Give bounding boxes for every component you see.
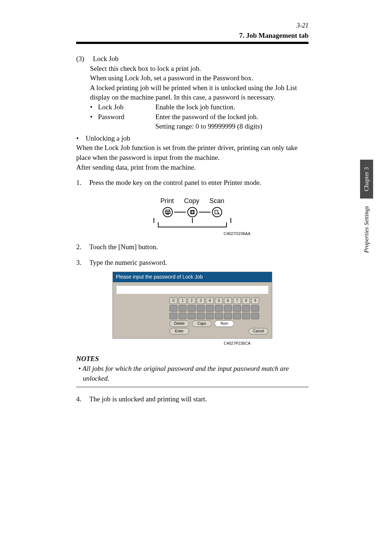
letter-key[interactable] <box>233 313 241 319</box>
key-5[interactable]: 5 <box>215 297 223 304</box>
bracket-vline <box>230 218 231 223</box>
key-7[interactable]: 7 <box>233 297 241 304</box>
letter-key[interactable] <box>188 313 196 319</box>
main-content: (3) Lock Job Select this check box to lo… <box>76 54 309 404</box>
letter-key[interactable] <box>242 305 250 312</box>
image-code-1: C4027O236AA <box>76 231 309 236</box>
sub-bullet-lockjob: • Lock Job Enable the lock job function. <box>90 102 309 112</box>
function-key-row-2: Enter Cancel <box>170 328 268 335</box>
step-text: Press the mode key on the control panel … <box>89 178 261 188</box>
cancel-button[interactable]: Cancel <box>249 328 268 335</box>
key-9[interactable]: 9 <box>251 297 259 304</box>
lock-job-desc1: Select this check box to lock a print jo… <box>90 64 309 74</box>
caps-button[interactable]: Caps <box>192 320 212 327</box>
properties-settings-tab: Properties Settings <box>362 199 372 260</box>
function-key-row-1: Delete Caps Num <box>170 320 268 327</box>
connector-line <box>199 212 211 212</box>
letter-key[interactable] <box>224 313 232 319</box>
step-text: Type the numeric password. <box>89 258 167 268</box>
key-2[interactable]: 2 <box>188 297 196 304</box>
letter-key[interactable] <box>188 305 196 312</box>
bullet-marker: • <box>76 134 81 143</box>
print-label: Print <box>160 197 174 206</box>
keypad-panel: Please input the password of Lock Job 0 … <box>113 272 272 339</box>
copy-label: Copy <box>184 197 199 206</box>
delete-button[interactable]: Delete <box>170 320 189 327</box>
item-number: (3) <box>76 54 89 64</box>
keypad-body: 0 1 2 3 4 5 6 7 8 9 <box>113 296 272 338</box>
lock-job-body: Select this check box to lock a print jo… <box>76 64 309 131</box>
letter-key[interactable] <box>233 305 241 312</box>
sub-desc-password: Enter the password of the locked job. <box>155 113 258 121</box>
unlocking-para2: After sending data, print from the machi… <box>76 163 309 173</box>
key-3[interactable]: 3 <box>197 297 205 304</box>
side-tab: Chapter 3 Properties Settings <box>360 160 373 260</box>
panel-labels: Print Copy Scan <box>76 197 309 206</box>
letter-key[interactable] <box>242 313 250 319</box>
letter-key[interactable] <box>251 313 259 319</box>
section-title: 7. Job Management tab <box>76 32 356 42</box>
letter-key[interactable] <box>215 305 223 312</box>
num-button[interactable]: Num <box>215 320 234 327</box>
step-number: 1. <box>76 178 85 188</box>
keypad-right-area: 0 1 2 3 4 5 6 7 8 9 <box>170 297 268 335</box>
letter-key[interactable] <box>170 313 177 319</box>
connector-line <box>174 212 186 212</box>
step-text: Touch the [Num] button. <box>89 242 158 252</box>
enter-button[interactable]: Enter <box>170 328 189 335</box>
key-4[interactable]: 4 <box>206 297 214 304</box>
notes-text: All jobs for which the original password… <box>82 365 289 382</box>
bracket-vline <box>154 218 154 223</box>
letter-key-row-1 <box>170 305 268 312</box>
letter-key[interactable] <box>215 313 223 319</box>
letter-key-row-2 <box>170 313 268 319</box>
image-code-2: C4027P235CA <box>76 341 309 346</box>
sub-bullet-password: • Password Enter the password of the loc… <box>90 112 309 131</box>
key-6[interactable]: 6 <box>224 297 232 304</box>
sub-label-password: Password <box>98 112 152 131</box>
sub-desc-lockjob: Enable the lock job function. <box>155 102 235 112</box>
letter-key[interactable] <box>224 305 232 312</box>
keypad-display[interactable] <box>117 286 268 294</box>
letter-key[interactable] <box>197 313 205 319</box>
step-1: 1. Press the mode key on the control pan… <box>76 178 309 188</box>
letter-key[interactable] <box>179 305 187 312</box>
letter-key[interactable] <box>179 313 187 319</box>
svg-rect-4 <box>191 211 193 213</box>
lock-job-desc2: When using Lock Job, set a password in t… <box>90 73 309 83</box>
item-title: Lock Job <box>93 54 118 64</box>
unlocking-header: • Unlocking a job <box>76 134 309 143</box>
step-3: 3. Type the numeric password. <box>76 258 309 268</box>
unlocking-para1: When the Lock Job function is set from t… <box>76 143 309 162</box>
step-number: 3. <box>76 258 85 268</box>
key-0[interactable]: 0 <box>170 297 177 304</box>
lock-job-desc3: A locked printing job will be printed wh… <box>90 83 309 102</box>
letter-key[interactable] <box>206 305 214 312</box>
page-number: 3-21 <box>76 22 356 29</box>
chapter-tab: Chapter 3 <box>360 160 373 199</box>
print-icon <box>163 207 173 217</box>
bracket-hline <box>158 222 227 227</box>
svg-rect-1 <box>165 211 170 214</box>
copy-icon <box>187 207 197 217</box>
scan-label: Scan <box>209 197 224 206</box>
step-2: 2. Touch the [Num] button. <box>76 242 309 252</box>
number-key-row: 0 1 2 3 4 5 6 7 8 9 <box>170 297 268 304</box>
step-text: The job is unlocked and printing will st… <box>89 394 207 404</box>
key-1[interactable]: 1 <box>179 297 187 304</box>
letter-key[interactable] <box>197 305 205 312</box>
step-number: 4. <box>76 394 85 404</box>
keypad-left-area <box>117 297 167 335</box>
panel-icons <box>76 207 309 217</box>
key-8[interactable]: 8 <box>242 297 250 304</box>
lock-job-header: (3) Lock Job <box>76 54 309 64</box>
bullet-marker: • <box>90 112 95 131</box>
step-4: 4. The job is unlocked and printing will… <box>76 394 309 404</box>
keypad-title: Please input the password of Lock Job <box>113 272 272 282</box>
letter-key[interactable] <box>170 305 177 312</box>
bullet-marker: • <box>78 365 81 372</box>
letter-key[interactable] <box>206 313 214 319</box>
notes-header: NOTES <box>76 354 309 364</box>
letter-key[interactable] <box>251 305 259 312</box>
sub-desc-password-range: Setting range: 0 to 99999999 (8 digits) <box>155 122 262 130</box>
